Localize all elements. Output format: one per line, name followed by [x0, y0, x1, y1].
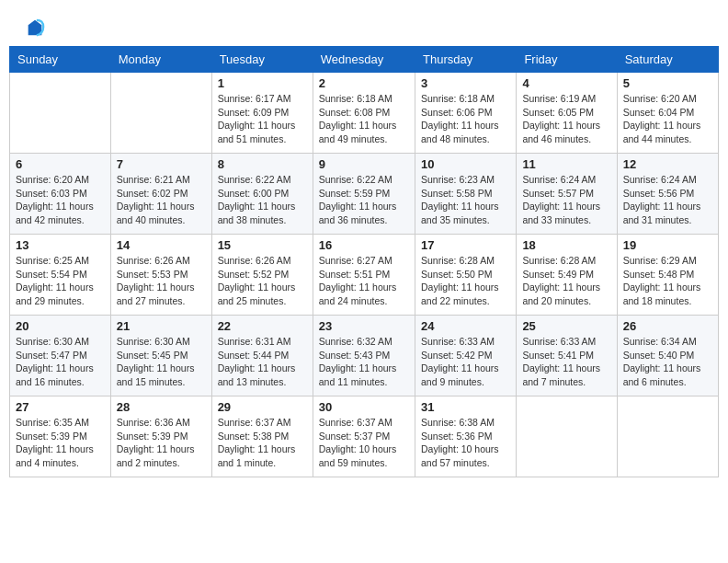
day-info: Sunrise: 6:38 AMSunset: 5:36 PMDaylight:… [421, 416, 510, 470]
day-info: Sunrise: 6:31 AMSunset: 5:44 PMDaylight:… [218, 335, 307, 389]
day-info: Sunrise: 6:23 AMSunset: 5:58 PMDaylight:… [421, 173, 510, 227]
day-number: 14 [117, 238, 206, 252]
calendar-cell: 26Sunrise: 6:34 AMSunset: 5:40 PMDayligh… [617, 316, 718, 396]
calendar-cell [10, 73, 111, 154]
weekday-header-wednesday: Wednesday [313, 47, 415, 73]
day-info: Sunrise: 6:34 AMSunset: 5:40 PMDaylight:… [623, 335, 712, 389]
calendar-cell: 14Sunrise: 6:26 AMSunset: 5:53 PMDayligh… [110, 235, 211, 316]
calendar-cell: 1Sunrise: 6:17 AMSunset: 6:09 PMDaylight… [211, 73, 313, 154]
day-number: 18 [522, 238, 610, 252]
calendar-cell: 4Sunrise: 6:19 AMSunset: 6:05 PMDaylight… [517, 73, 617, 154]
day-number: 8 [218, 157, 307, 171]
day-info: Sunrise: 6:33 AMSunset: 5:42 PMDaylight:… [421, 335, 510, 389]
calendar-cell: 30Sunrise: 6:37 AMSunset: 5:37 PMDayligh… [313, 396, 415, 477]
page-header [9, 9, 719, 41]
day-number: 30 [319, 400, 409, 414]
day-info: Sunrise: 6:35 AMSunset: 5:39 PMDaylight:… [16, 416, 105, 470]
day-info: Sunrise: 6:19 AMSunset: 6:05 PMDaylight:… [522, 92, 610, 146]
day-number: 10 [421, 157, 510, 171]
day-number: 9 [319, 157, 409, 171]
day-info: Sunrise: 6:37 AMSunset: 5:37 PMDaylight:… [319, 416, 409, 470]
weekday-header-saturday: Saturday [617, 47, 718, 73]
day-info: Sunrise: 6:32 AMSunset: 5:43 PMDaylight:… [319, 335, 409, 389]
day-number: 1 [218, 76, 307, 90]
calendar-cell: 19Sunrise: 6:29 AMSunset: 5:48 PMDayligh… [617, 235, 718, 316]
day-info: Sunrise: 6:20 AMSunset: 6:03 PMDaylight:… [16, 173, 105, 227]
day-info: Sunrise: 6:21 AMSunset: 6:02 PMDaylight:… [117, 173, 206, 227]
calendar-cell: 16Sunrise: 6:27 AMSunset: 5:51 PMDayligh… [313, 235, 415, 316]
calendar-cell: 20Sunrise: 6:30 AMSunset: 5:47 PMDayligh… [10, 316, 111, 396]
calendar-header-row: SundayMondayTuesdayWednesdayThursdayFrid… [10, 47, 719, 73]
calendar-cell: 9Sunrise: 6:22 AMSunset: 5:59 PMDaylight… [313, 154, 415, 235]
calendar-cell: 31Sunrise: 6:38 AMSunset: 5:36 PMDayligh… [415, 396, 516, 477]
day-number: 15 [218, 238, 307, 252]
logo-icon [25, 18, 45, 39]
logo-text [23, 18, 45, 39]
day-number: 16 [319, 238, 409, 252]
calendar-cell: 29Sunrise: 6:37 AMSunset: 5:38 PMDayligh… [211, 396, 313, 477]
day-number: 23 [319, 319, 409, 333]
calendar-cell: 25Sunrise: 6:33 AMSunset: 5:41 PMDayligh… [517, 316, 617, 396]
calendar-cell: 21Sunrise: 6:30 AMSunset: 5:45 PMDayligh… [110, 316, 211, 396]
calendar-table: SundayMondayTuesdayWednesdayThursdayFrid… [9, 46, 719, 477]
day-info: Sunrise: 6:30 AMSunset: 5:45 PMDaylight:… [117, 335, 206, 389]
day-number: 4 [522, 76, 610, 90]
day-number: 26 [623, 319, 712, 333]
day-info: Sunrise: 6:37 AMSunset: 5:38 PMDaylight:… [218, 416, 307, 470]
weekday-header-thursday: Thursday [415, 47, 516, 73]
calendar-week-row: 20Sunrise: 6:30 AMSunset: 5:47 PMDayligh… [10, 316, 719, 396]
calendar-cell: 22Sunrise: 6:31 AMSunset: 5:44 PMDayligh… [211, 316, 313, 396]
calendar-week-row: 6Sunrise: 6:20 AMSunset: 6:03 PMDaylight… [10, 154, 719, 235]
day-number: 20 [16, 319, 105, 333]
day-number: 2 [319, 76, 409, 90]
day-info: Sunrise: 6:22 AMSunset: 5:59 PMDaylight:… [319, 173, 409, 227]
day-info: Sunrise: 6:25 AMSunset: 5:54 PMDaylight:… [16, 254, 105, 308]
calendar-cell: 8Sunrise: 6:22 AMSunset: 6:00 PMDaylight… [211, 154, 313, 235]
calendar-week-row: 1Sunrise: 6:17 AMSunset: 6:09 PMDaylight… [10, 73, 719, 154]
calendar-cell: 10Sunrise: 6:23 AMSunset: 5:58 PMDayligh… [415, 154, 516, 235]
day-number: 5 [623, 76, 712, 90]
calendar-cell [517, 396, 617, 477]
calendar-cell: 12Sunrise: 6:24 AMSunset: 5:56 PMDayligh… [617, 154, 718, 235]
calendar-week-row: 27Sunrise: 6:35 AMSunset: 5:39 PMDayligh… [10, 396, 719, 477]
day-number: 6 [16, 157, 105, 171]
calendar-cell: 24Sunrise: 6:33 AMSunset: 5:42 PMDayligh… [415, 316, 516, 396]
day-info: Sunrise: 6:29 AMSunset: 5:48 PMDaylight:… [623, 254, 712, 308]
calendar-cell: 13Sunrise: 6:25 AMSunset: 5:54 PMDayligh… [10, 235, 111, 316]
weekday-header-friday: Friday [517, 47, 617, 73]
day-number: 28 [117, 400, 206, 414]
day-number: 11 [522, 157, 610, 171]
calendar-week-row: 13Sunrise: 6:25 AMSunset: 5:54 PMDayligh… [10, 235, 719, 316]
day-info: Sunrise: 6:36 AMSunset: 5:39 PMDaylight:… [117, 416, 206, 470]
day-info: Sunrise: 6:26 AMSunset: 5:52 PMDaylight:… [218, 254, 307, 308]
weekday-header-sunday: Sunday [10, 47, 111, 73]
calendar-cell: 6Sunrise: 6:20 AMSunset: 6:03 PMDaylight… [10, 154, 111, 235]
day-info: Sunrise: 6:18 AMSunset: 6:06 PMDaylight:… [421, 92, 510, 146]
weekday-header-monday: Monday [110, 47, 211, 73]
calendar-cell: 23Sunrise: 6:32 AMSunset: 5:43 PMDayligh… [313, 316, 415, 396]
day-info: Sunrise: 6:28 AMSunset: 5:50 PMDaylight:… [421, 254, 510, 308]
day-info: Sunrise: 6:20 AMSunset: 6:04 PMDaylight:… [623, 92, 712, 146]
calendar-cell: 7Sunrise: 6:21 AMSunset: 6:02 PMDaylight… [110, 154, 211, 235]
day-number: 19 [623, 238, 712, 252]
day-number: 29 [218, 400, 307, 414]
day-number: 3 [421, 76, 510, 90]
day-number: 12 [623, 157, 712, 171]
calendar-cell [617, 396, 718, 477]
day-number: 24 [421, 319, 510, 333]
logo [23, 18, 45, 37]
calendar-cell: 17Sunrise: 6:28 AMSunset: 5:50 PMDayligh… [415, 235, 516, 316]
calendar-cell: 3Sunrise: 6:18 AMSunset: 6:06 PMDaylight… [415, 73, 516, 154]
weekday-header-tuesday: Tuesday [211, 47, 313, 73]
calendar-cell: 2Sunrise: 6:18 AMSunset: 6:08 PMDaylight… [313, 73, 415, 154]
day-info: Sunrise: 6:24 AMSunset: 5:56 PMDaylight:… [623, 173, 712, 227]
calendar-cell: 5Sunrise: 6:20 AMSunset: 6:04 PMDaylight… [617, 73, 718, 154]
calendar-cell [110, 73, 211, 154]
day-number: 13 [16, 238, 105, 252]
calendar-cell: 18Sunrise: 6:28 AMSunset: 5:49 PMDayligh… [517, 235, 617, 316]
day-info: Sunrise: 6:33 AMSunset: 5:41 PMDaylight:… [522, 335, 610, 389]
day-info: Sunrise: 6:27 AMSunset: 5:51 PMDaylight:… [319, 254, 409, 308]
day-number: 22 [218, 319, 307, 333]
calendar-cell: 27Sunrise: 6:35 AMSunset: 5:39 PMDayligh… [10, 396, 111, 477]
day-info: Sunrise: 6:30 AMSunset: 5:47 PMDaylight:… [16, 335, 105, 389]
